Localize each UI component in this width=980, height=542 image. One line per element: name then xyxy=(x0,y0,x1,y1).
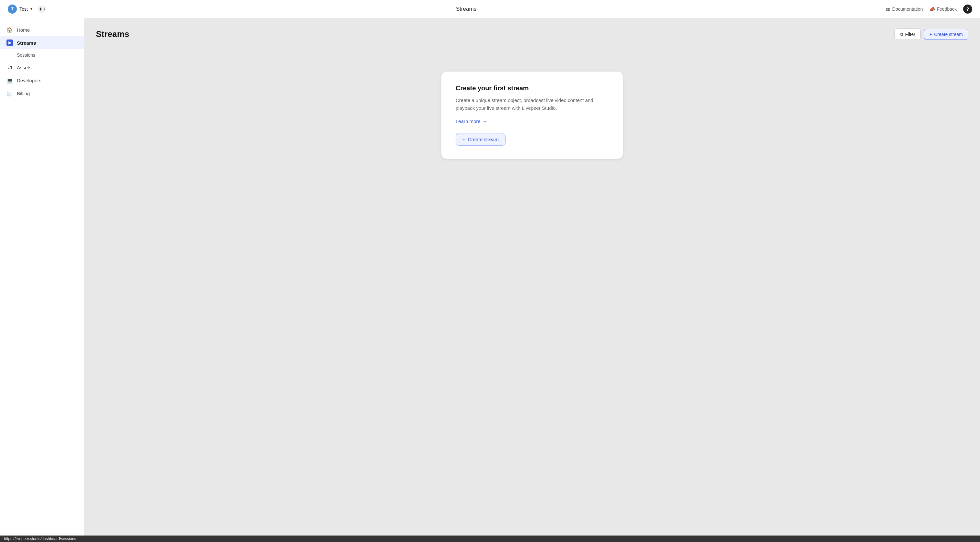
sidebar-item-billing[interactable]: 🧾 Billing xyxy=(0,87,84,100)
user-label: Test xyxy=(19,6,28,12)
topbar-left: T Test ▾ ☀ ● xyxy=(8,5,46,14)
sidebar-label-developers: Developers xyxy=(17,78,41,83)
documentation-link[interactable]: ▦ Documentation xyxy=(886,6,923,12)
feedback-link[interactable]: 📣 Feedback xyxy=(929,6,957,12)
create-stream-card: Create your first stream Create a unique… xyxy=(441,71,623,158)
main-actions: ⧉ Filter + Create stream xyxy=(894,29,968,40)
sidebar-label-billing: Billing xyxy=(17,91,30,96)
card-title: Create your first stream xyxy=(456,84,609,92)
learn-more-label: Learn more xyxy=(456,119,480,124)
create-stream-button-header[interactable]: + Create stream xyxy=(924,29,968,40)
plus-icon-card: + xyxy=(463,136,465,142)
home-icon: 🏠 xyxy=(6,27,13,33)
sidebar-item-home[interactable]: 🏠 Home xyxy=(0,23,84,36)
create-stream-button-card[interactable]: + Create stream xyxy=(456,133,506,146)
sidebar-label-sessions: Sessions xyxy=(17,52,35,58)
sidebar-label-streams: Streams xyxy=(17,40,36,46)
topbar-title: Streams xyxy=(456,6,476,12)
theme-toggle[interactable]: ☀ ● xyxy=(38,5,46,13)
filter-icon: ⧉ xyxy=(900,32,903,37)
assets-icon: 🗂 xyxy=(6,64,13,71)
statusbar: https://livepeer.studio/dashboard/sessio… xyxy=(0,536,980,542)
docs-label: Documentation xyxy=(892,6,923,12)
sidebar-item-sessions[interactable]: Sessions xyxy=(0,49,84,61)
sidebar-item-developers[interactable]: 💻 Developers xyxy=(0,74,84,87)
sidebar-label-home: Home xyxy=(17,27,30,33)
page-title: Streams xyxy=(96,29,129,39)
empty-state-wrapper: Create your first stream Create a unique… xyxy=(96,50,968,180)
status-url: https://livepeer.studio/dashboard/sessio… xyxy=(4,537,76,541)
streams-icon: ▶ xyxy=(6,40,13,46)
docs-icon: ▦ xyxy=(886,6,890,12)
filter-label: Filter xyxy=(905,32,915,37)
arrow-right-icon: → xyxy=(482,119,487,124)
create-stream-label-card: Create stream xyxy=(468,136,499,142)
main-content: Streams ⧉ Filter + Create stream Create … xyxy=(84,18,980,536)
billing-icon: 🧾 xyxy=(6,90,13,97)
moon-icon: ● xyxy=(43,7,45,11)
developers-icon: 💻 xyxy=(6,77,13,84)
filter-button[interactable]: ⧉ Filter xyxy=(894,29,921,40)
topbar-right: ▦ Documentation 📣 Feedback ? xyxy=(886,5,972,14)
sidebar-item-streams[interactable]: ▶ Streams xyxy=(0,36,84,49)
user-menu[interactable]: T Test ▾ xyxy=(8,5,32,14)
sun-icon: ☀ xyxy=(38,6,43,12)
sidebar-label-assets: Assets xyxy=(17,65,32,70)
chevron-down-icon: ▾ xyxy=(30,7,32,11)
help-button[interactable]: ? xyxy=(963,5,972,14)
main-header: Streams ⧉ Filter + Create stream xyxy=(96,29,968,40)
topbar: T Test ▾ ☀ ● Streams ▦ Documentation 📣 F… xyxy=(0,0,980,18)
card-description: Create a unique stream object, broadcast… xyxy=(456,97,609,112)
feedback-icon: 📣 xyxy=(929,6,935,12)
learn-more-link[interactable]: Learn more → xyxy=(456,119,487,124)
user-avatar: T xyxy=(8,5,17,14)
sidebar-item-assets[interactable]: 🗂 Assets xyxy=(0,61,84,74)
plus-icon-header: + xyxy=(929,32,932,37)
feedback-label: Feedback xyxy=(937,6,957,12)
layout: 🏠 Home ▶ Streams Sessions 🗂 Assets 💻 Dev… xyxy=(0,18,980,536)
create-stream-label-header: Create stream xyxy=(934,32,963,37)
sidebar: 🏠 Home ▶ Streams Sessions 🗂 Assets 💻 Dev… xyxy=(0,18,84,536)
